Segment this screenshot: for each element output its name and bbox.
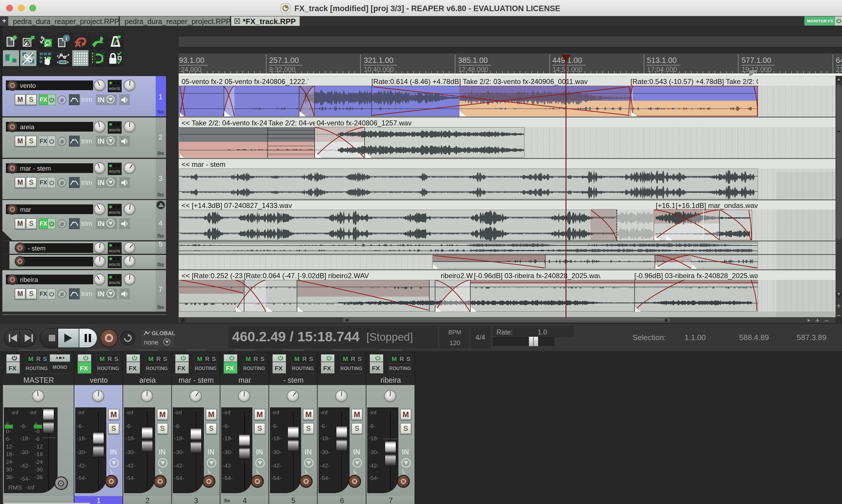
svg-text:i: i: [66, 36, 67, 41]
